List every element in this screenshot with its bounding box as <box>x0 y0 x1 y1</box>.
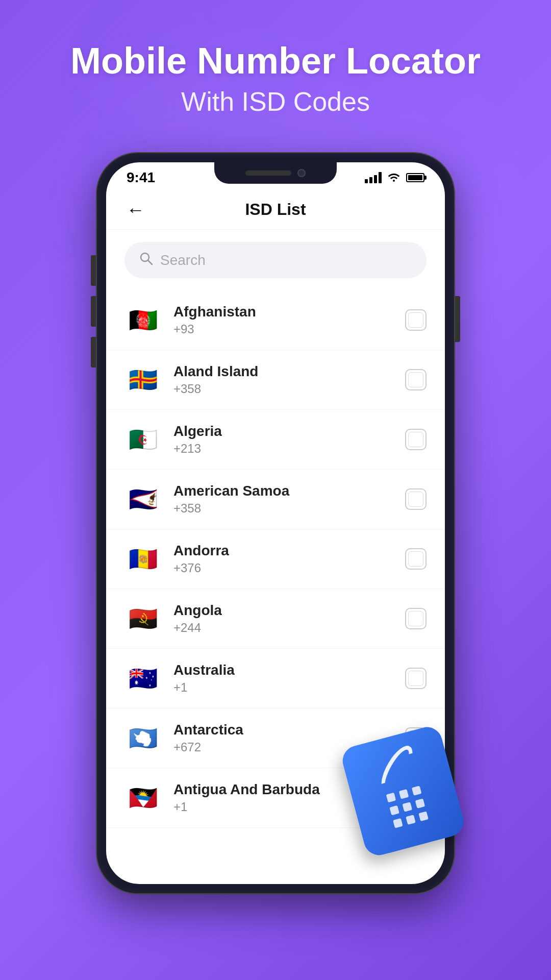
flag-australia: 🇦🇺 <box>124 660 161 697</box>
country-name: Australia <box>173 662 393 678</box>
flag-antarctica: 🇦🇶 <box>124 720 161 756</box>
country-code: +1 <box>173 680 393 695</box>
select-checkbox[interactable] <box>405 488 427 510</box>
flag-andorra: 🇦🇩 <box>124 541 161 577</box>
svg-point-1 <box>141 253 149 261</box>
flag-angola: 🇦🇴 <box>124 600 161 637</box>
list-item[interactable]: 🇦🇺 Australia +1 <box>106 649 445 708</box>
flag-algeria: 🇩🇿 <box>124 421 161 458</box>
country-name: Aland Island <box>173 363 393 380</box>
select-checkbox[interactable] <box>405 429 427 450</box>
search-placeholder: Search <box>160 252 206 268</box>
header-section: Mobile Number Locator With ISD Codes <box>0 0 551 117</box>
battery-icon <box>406 173 424 182</box>
status-time: 9:41 <box>127 169 155 186</box>
wifi-icon <box>387 170 401 185</box>
country-name: Afghanistan <box>173 304 393 320</box>
search-icon <box>139 251 153 269</box>
select-checkbox[interactable] <box>405 668 427 689</box>
search-container: Search <box>106 230 445 290</box>
signal-icon <box>365 172 382 183</box>
country-name: Algeria <box>173 423 393 439</box>
notch-speaker <box>245 170 291 176</box>
country-code: +376 <box>173 561 393 575</box>
select-checkbox[interactable] <box>405 309 427 331</box>
list-item[interactable]: 🇦🇽 Aland Island +358 <box>106 350 445 410</box>
flag-antigua-barbuda: 🇦🇬 <box>124 779 161 816</box>
select-checkbox[interactable] <box>405 548 427 570</box>
country-code: +213 <box>173 442 393 456</box>
back-button[interactable]: ← <box>127 199 145 220</box>
flag-aland-island: 🇦🇽 <box>124 361 161 398</box>
phone-3d-body <box>339 724 467 859</box>
svg-line-2 <box>148 261 153 265</box>
status-icons <box>365 170 424 185</box>
list-item[interactable]: 🇦🇴 Angola +244 <box>106 589 445 649</box>
list-item[interactable]: 🇦🇫 Afghanistan +93 <box>106 290 445 350</box>
country-info-australia: Australia +1 <box>173 662 393 695</box>
country-info-algeria: Algeria +213 <box>173 423 393 456</box>
country-name: Andorra <box>173 543 393 559</box>
country-info-afghanistan: Afghanistan +93 <box>173 304 393 336</box>
page-title: ISD List <box>245 200 306 219</box>
phone-mockup: 9:41 ← <box>97 153 454 919</box>
list-item[interactable]: 🇦🇸 American Samoa +358 <box>106 470 445 529</box>
country-info-american-samoa: American Samoa +358 <box>173 483 393 516</box>
list-item[interactable]: 🇦🇩 Andorra +376 <box>106 529 445 589</box>
app-title-line2: With ISD Codes <box>0 86 551 117</box>
phone-notch <box>214 162 337 184</box>
notch-camera <box>297 169 306 177</box>
app-header: ← ISD List <box>106 190 445 230</box>
country-code: +244 <box>173 621 393 635</box>
search-bar[interactable]: Search <box>124 242 427 278</box>
flag-afghanistan: 🇦🇫 <box>124 302 161 338</box>
flag-american-samoa: 🇦🇸 <box>124 481 161 518</box>
country-code: +93 <box>173 322 393 336</box>
country-info-andorra: Andorra +376 <box>173 543 393 575</box>
country-code: +358 <box>173 501 393 516</box>
country-code: +358 <box>173 382 393 396</box>
country-name: Angola <box>173 602 393 619</box>
select-checkbox[interactable] <box>405 369 427 390</box>
list-item[interactable]: 🇩🇿 Algeria +213 <box>106 410 445 470</box>
country-info-aland: Aland Island +358 <box>173 363 393 396</box>
select-checkbox[interactable] <box>405 608 427 629</box>
country-name: American Samoa <box>173 483 393 499</box>
app-title-line1: Mobile Number Locator <box>0 41 551 81</box>
country-info-angola: Angola +244 <box>173 602 393 635</box>
decorative-phone-icon <box>352 735 485 878</box>
